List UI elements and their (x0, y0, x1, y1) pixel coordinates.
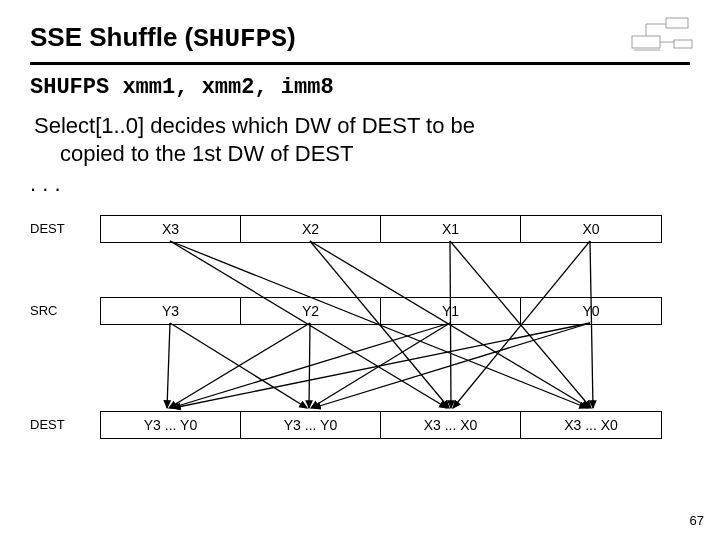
title-suffix: ) (287, 22, 296, 52)
dest-cell: X1 (381, 216, 521, 242)
svg-line-17 (171, 323, 450, 408)
shuffle-diagram: DEST X3 X2 X1 X0 SRC Y3 Y2 Y1 Y0 DEST Y3… (30, 215, 690, 475)
svg-line-15 (167, 323, 170, 408)
svg-line-21 (311, 323, 450, 408)
svg-line-22 (313, 323, 590, 408)
src-cell: Y2 (241, 298, 381, 324)
out-cell: Y3 ... Y0 (241, 412, 381, 438)
src-cell: Y3 (101, 298, 241, 324)
svg-line-19 (170, 323, 307, 408)
page-number: 67 (690, 513, 704, 528)
out-cell: X3 ... X0 (381, 412, 521, 438)
svg-line-16 (169, 323, 310, 408)
out-cell: X3 ... X0 (521, 412, 661, 438)
decor-hw-diagram (630, 14, 700, 54)
svg-rect-0 (632, 36, 660, 48)
desc-line2: copied to the 1st DW of DEST (34, 140, 690, 168)
svg-rect-1 (666, 18, 688, 28)
label-dest: DEST (30, 221, 65, 236)
description: Select[1..0] decides which DW of DEST to… (30, 112, 690, 167)
svg-line-18 (173, 323, 590, 408)
dest-register: X3 X2 X1 X0 (100, 215, 662, 243)
src-cell: Y1 (381, 298, 521, 324)
src-register: Y3 Y2 Y1 Y0 (100, 297, 662, 325)
title-mnemonic: SHUFPS (193, 24, 287, 54)
instruction-syntax: SHUFPS xmm1, xmm2, imm8 (30, 75, 690, 100)
svg-rect-2 (674, 40, 692, 48)
src-cell: Y0 (521, 298, 661, 324)
desc-line1: Select[1..0] decides which DW of DEST to… (34, 113, 475, 138)
label-src: SRC (30, 303, 57, 318)
dest-cell: X3 (101, 216, 241, 242)
dest-cell: X0 (521, 216, 661, 242)
svg-line-20 (309, 323, 310, 408)
dest-cell: X2 (241, 216, 381, 242)
out-cell: Y3 ... Y0 (101, 412, 241, 438)
ellipsis: . . . (30, 171, 690, 197)
slide-title: SSE Shuffle (SHUFPS) (30, 22, 690, 65)
label-destout: DEST (30, 417, 65, 432)
title-prefix: SSE Shuffle ( (30, 22, 193, 52)
destout-register: Y3 ... Y0 Y3 ... Y0 X3 ... X0 X3 ... X0 (100, 411, 662, 439)
